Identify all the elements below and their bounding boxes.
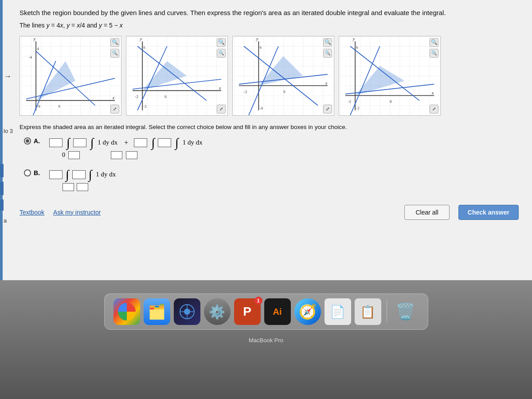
choice-a-lower-limits: 0 — [62, 151, 204, 160]
expand-icon-3[interactable]: ⤢ — [323, 105, 332, 113]
integral-a1-upper-box — [49, 138, 63, 148]
choices-section: A. ∫ ∫ 1 dy dx + — [24, 137, 519, 192]
b-lower-input2[interactable] — [77, 183, 88, 191]
dock-item-chrome[interactable] — [113, 298, 140, 325]
svg-text:-2: -2 — [244, 89, 247, 94]
chrome-icon[interactable] — [113, 298, 140, 325]
b-upper-input2[interactable] — [72, 170, 86, 179]
graph-2-zoom-icons: 🔍 🔍 — [217, 38, 226, 58]
macbook-label: MacBook Pro — [249, 337, 283, 344]
integral-a1-upper-box2 — [73, 138, 87, 148]
settings-icon[interactable]: ⚙️ — [204, 298, 231, 325]
svg-text:x: x — [219, 85, 221, 90]
expand-icon-1[interactable]: ⤢ — [110, 105, 119, 113]
svg-text:-2: -2 — [348, 99, 351, 104]
radio-a[interactable] — [24, 137, 31, 145]
svg-text:x: x — [325, 80, 328, 86]
taskbar: 🗂️ ⚙️ P 1 Ai 🧭 📄 📋 — [0, 280, 532, 399]
dock-item-doc2[interactable]: 📋 — [355, 298, 381, 325]
graph-2[interactable]: y x 6 6 -2 -2 🔍 🔍 ⤢ — [126, 36, 228, 116]
graph-1[interactable]: y x 4 -4 -9 9 🔍 🔍 — [20, 36, 121, 116]
doc2-icon[interactable]: 📋 — [355, 298, 381, 325]
zoom-out-icon-3[interactable]: 🔍 — [323, 49, 332, 58]
dock-item-trash[interactable]: 🗑️ — [392, 298, 419, 325]
svg-text:9: 9 — [58, 104, 60, 109]
trash-icon[interactable]: 🗑️ — [392, 298, 419, 325]
dock-item-launchpad[interactable] — [174, 298, 200, 325]
graphs-row: y x 4 -4 -9 9 🔍 🔍 — [20, 36, 519, 116]
svg-text:-4: -4 — [28, 55, 32, 59]
finder-icon[interactable]: 🗂️ — [144, 298, 170, 325]
svg-text:y: y — [352, 36, 355, 41]
choice-a-content: ∫ ∫ 1 dy dx + ∫ — [49, 137, 204, 160]
integral-a2-upper-box2 — [157, 138, 172, 148]
powerpoint-icon[interactable]: P 1 — [234, 298, 261, 325]
dock-item-doc1[interactable]: 📄 — [325, 298, 351, 325]
a1-upper-input[interactable] — [49, 138, 63, 147]
a2-lower-input2[interactable] — [126, 151, 137, 159]
svg-text:x: x — [431, 90, 434, 95]
graph-4-zoom-icons: 🔍 🔍 — [430, 38, 438, 58]
a2-upper-input[interactable] — [134, 138, 147, 147]
zoom-in-icon-2[interactable]: 🔍 — [217, 38, 226, 47]
dock-item-ai[interactable]: Ai — [264, 298, 291, 325]
instructor-link[interactable]: Ask my instructor — [53, 209, 101, 216]
svg-text:-2: -2 — [356, 106, 359, 110]
svg-text:6: 6 — [356, 45, 358, 49]
b-lower-input[interactable] — [63, 183, 74, 191]
zoom-in-icon-4[interactable]: 🔍 — [430, 38, 438, 47]
a2-lower-input[interactable] — [111, 151, 122, 159]
clear-all-button[interactable]: Clear all — [404, 205, 449, 220]
a1-lower-input[interactable] — [68, 151, 80, 159]
dock-item-powerpoint[interactable]: P 1 — [234, 298, 261, 325]
check-answer-button[interactable]: Check answer — [458, 205, 519, 220]
svg-text:4: 4 — [37, 47, 39, 51]
textbook-link[interactable]: Textbook — [20, 209, 44, 216]
graph-1-zoom-icons: 🔍 🔍 — [110, 38, 119, 58]
a1-upper-input2[interactable] — [73, 138, 86, 147]
left-arrow-indicator: → — [4, 72, 12, 81]
ai-icon[interactable]: Ai — [264, 298, 291, 325]
a2-upper-input2[interactable] — [158, 138, 171, 147]
graph-3-zoom-icons: 🔍 🔍 — [323, 38, 332, 58]
dock-item-finder[interactable]: 🗂️ — [144, 298, 170, 325]
choice-b-lower-limits — [62, 183, 117, 192]
zoom-out-icon-4[interactable]: 🔍 — [430, 49, 438, 58]
dock: 🗂️ ⚙️ P 1 Ai 🧭 📄 📋 — [104, 293, 428, 330]
choice-b-row: B. ∫ ∫ 1 dy dx — [24, 168, 519, 192]
dock-item-settings[interactable]: ⚙️ — [204, 298, 231, 325]
radio-b[interactable] — [24, 169, 31, 176]
graph-4[interactable]: y x 6 8 -2 -2 🔍 🔍 ⤢ — [339, 36, 441, 116]
dock-item-safari[interactable]: 🧭 — [294, 298, 321, 325]
choice-a-label[interactable]: A. — [24, 137, 40, 145]
svg-text:8: 8 — [390, 99, 392, 104]
sidebar-strip-1 — [0, 164, 4, 177]
safari-icon[interactable]: 🧭 — [294, 298, 321, 325]
graph-2-svg: y x 6 6 -2 -2 — [126, 36, 227, 115]
graph-4-svg: y x 6 8 -2 -2 — [339, 36, 440, 115]
zoom-out-icon-2[interactable]: 🔍 — [217, 49, 226, 58]
expand-icon-4[interactable]: ⤢ — [430, 105, 438, 113]
zoom-in-icon-3[interactable]: 🔍 — [323, 38, 332, 47]
svg-text:y: y — [140, 36, 142, 41]
question-number: lo 3 — [4, 128, 13, 134]
b-upper-input[interactable] — [49, 170, 63, 179]
svg-text:-2: -2 — [143, 104, 146, 109]
choice-a-integral: ∫ ∫ 1 dy dx + ∫ — [49, 137, 204, 149]
question-text: Sketch the region bounded by the given l… — [20, 8, 519, 18]
expand-icon-2[interactable]: ⤢ — [217, 105, 226, 113]
powerpoint-badge: 1 — [254, 297, 262, 305]
zoom-out-icon-1[interactable]: 🔍 — [110, 49, 119, 58]
choice-b-content: ∫ ∫ 1 dy dx — [49, 168, 117, 192]
b-upper-boxes2 — [72, 170, 86, 180]
svg-text:6: 6 — [260, 45, 262, 49]
zoom-in-icon-1[interactable]: 🔍 — [110, 38, 119, 47]
graph-3[interactable]: y x 6 9 -2 -4 🔍 🔍 ⤢ — [232, 36, 334, 116]
choice-b-label[interactable]: B. — [24, 169, 40, 176]
graph-3-svg: y x 6 9 -2 -4 — [233, 36, 334, 115]
lines-text: The lines y = 4x, y = x/4 and y = 5 − x — [20, 22, 519, 29]
choice-b-integral: ∫ ∫ 1 dy dx — [49, 168, 117, 181]
doc1-icon[interactable]: 📄 — [325, 298, 351, 325]
launchpad-icon[interactable] — [174, 298, 200, 325]
dock-separator — [387, 301, 387, 323]
